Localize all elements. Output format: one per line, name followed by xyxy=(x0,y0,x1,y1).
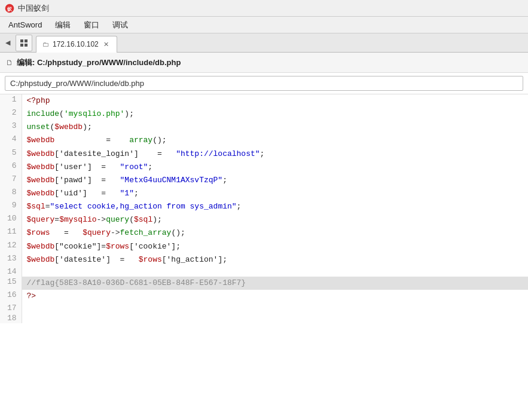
token-var: $rows xyxy=(139,255,162,264)
menu-edit[interactable]: 编辑 xyxy=(49,18,77,32)
line-number: 3 xyxy=(0,121,22,134)
token-str: "1" xyxy=(120,189,134,198)
title-bar: 蚁 中国蚁剑 xyxy=(0,0,528,17)
token-var: $sql xyxy=(134,215,152,224)
token-plain: ); xyxy=(152,215,162,224)
table-row: 13$webdb['datesite'] = $rows['hg_action'… xyxy=(0,253,528,266)
token-str: "root" xyxy=(120,163,148,171)
token-fn: unset xyxy=(27,122,50,131)
code-line: $webdb['pawd'] = "MetxG4uuCNM1AXsvTzqP"; xyxy=(22,174,528,187)
code-line: $query=$mysqlio->query($sql); xyxy=(22,213,528,226)
table-row: 18 xyxy=(0,313,528,323)
svg-rect-4 xyxy=(20,44,23,47)
token-fn: array xyxy=(129,136,152,145)
svg-rect-3 xyxy=(25,39,28,42)
code-line: $rows = $query->fetch_array(); xyxy=(22,226,528,240)
token-var: $mysqlio xyxy=(59,215,96,224)
tab-ip[interactable]: 🗀 172.16.10.102 ✕ xyxy=(36,36,117,53)
token-var: $webdb xyxy=(54,122,83,131)
token-arrow: -> xyxy=(111,228,120,237)
line-number: 8 xyxy=(0,187,22,200)
line-number: 4 xyxy=(0,134,22,147)
line-number: 18 xyxy=(0,313,22,323)
token-plain: ); xyxy=(124,109,134,118)
token-plain: (); xyxy=(171,228,185,237)
token-plain: ['user'] = xyxy=(54,163,120,171)
table-row: 17 xyxy=(0,303,528,313)
token-plain: (); xyxy=(152,136,166,145)
token-plain: = xyxy=(45,202,50,211)
code-line: unset($webdb); xyxy=(22,121,528,134)
code-line: //flag{58E3-8A10-036D-C681-05EB-848F-E56… xyxy=(22,277,528,290)
svg-rect-2 xyxy=(20,39,23,42)
table-row: 11$rows = $query->fetch_array(); xyxy=(0,226,528,240)
line-number: 6 xyxy=(0,161,22,174)
table-row: 2include('mysqlio.php'); xyxy=(0,108,528,121)
code-line: $webdb['datesite'] = $rows['hg_action']; xyxy=(22,253,528,266)
token-plain: ; xyxy=(134,189,139,198)
line-number: 2 xyxy=(0,108,22,121)
table-row: 3unset($webdb); xyxy=(0,121,528,134)
table-row: 10$query=$mysqlio->query($sql); xyxy=(0,213,528,226)
code-line: $webdb["cookie"]=$rows['cookie']; xyxy=(22,240,528,253)
token-var: $webdb xyxy=(27,242,55,251)
svg-text:蚁: 蚁 xyxy=(7,6,13,11)
code-line xyxy=(22,266,528,277)
line-number: 14 xyxy=(0,266,22,277)
menu-debug[interactable]: 调试 xyxy=(106,18,134,32)
token-var: $webdb xyxy=(27,149,55,158)
table-row: 9$sql="select cookie,hg_action from sys_… xyxy=(0,200,528,213)
line-number: 1 xyxy=(0,94,22,108)
token-plain: = xyxy=(54,215,59,224)
tab-grid-button[interactable] xyxy=(16,35,32,51)
token-plain: ; xyxy=(222,176,227,185)
token-var: $webdb xyxy=(27,136,55,145)
table-row: 8$webdb['uid'] = "1"; xyxy=(0,187,528,200)
token-str: "select cookie,hg_action from sys_admin" xyxy=(50,202,237,211)
tab-scroll-left-button[interactable]: ◀ xyxy=(2,38,13,48)
line-number: 13 xyxy=(0,253,22,266)
path-bar xyxy=(0,73,528,94)
code-editor[interactable]: 1<?php2include('mysqlio.php');3unset($we… xyxy=(0,94,528,420)
editor-header: 🗋 编辑: C:/phpstudy_pro/WWW/include/db.php xyxy=(0,53,528,73)
token-arrow: -> xyxy=(97,215,106,224)
grid-icon xyxy=(20,39,28,47)
menu-bar: AntSword 编辑 窗口 调试 xyxy=(0,17,528,33)
tab-bar: ◀ 🗀 172.16.10.102 ✕ xyxy=(0,33,528,53)
code-line: $sql="select cookie,hg_action from sys_a… xyxy=(22,200,528,213)
token-fn: fetch_array xyxy=(120,228,172,237)
code-line: ?> xyxy=(22,290,528,303)
token-str: "MetxG4uuCNM1AXsvTzqP" xyxy=(120,176,223,185)
app-logo-icon: 蚁 xyxy=(5,4,14,13)
table-row: 6$webdb['user'] = "root"; xyxy=(0,161,528,174)
menu-antsword[interactable]: AntSword xyxy=(2,19,48,31)
token-plain: ['datesite_login'] = xyxy=(54,149,176,158)
line-number: 10 xyxy=(0,213,22,226)
file-icon: 🗋 xyxy=(6,59,13,67)
token-plain: ['uid'] = xyxy=(54,189,120,198)
menu-window[interactable]: 窗口 xyxy=(78,18,105,32)
token-php-tag: <?php xyxy=(27,96,50,105)
token-comment: //flag{58E3-8A10-036D-C681-05EB-848F-E56… xyxy=(27,278,246,287)
token-plain: ( xyxy=(59,109,64,118)
token-var: $rows xyxy=(27,228,50,237)
token-var: $query xyxy=(83,228,111,237)
token-var: $sql xyxy=(27,202,45,211)
tab-folder-icon: 🗀 xyxy=(42,41,49,48)
code-line: $webdb['datesite_login'] = "http://local… xyxy=(22,148,528,161)
token-plain: = xyxy=(50,228,83,237)
line-number: 17 xyxy=(0,303,22,313)
table-row: 14 xyxy=(0,266,528,277)
token-plain: ( xyxy=(129,215,134,224)
token-plain: ['hg_action']; xyxy=(162,255,227,264)
tab-close-button[interactable]: ✕ xyxy=(102,40,111,48)
token-plain: ['pawd'] = xyxy=(54,176,120,185)
path-input[interactable] xyxy=(5,76,523,91)
table-row: 16?> xyxy=(0,290,528,303)
table-row: 15//flag{58E3-8A10-036D-C681-05EB-848F-E… xyxy=(0,277,528,290)
token-plain: ['datesite'] = xyxy=(54,255,138,264)
token-plain: ["cookie"]= xyxy=(54,242,106,251)
token-plain: ; xyxy=(237,202,242,211)
line-number: 11 xyxy=(0,226,22,240)
line-number: 12 xyxy=(0,240,22,253)
